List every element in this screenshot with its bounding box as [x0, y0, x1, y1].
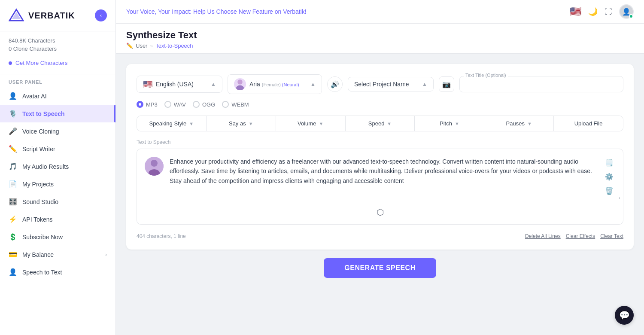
sidebar-item-my-audio-results[interactable]: 🎵 My Audio Results: [0, 158, 115, 175]
language-value: English (USA): [156, 81, 207, 88]
pitch-button[interactable]: Pitch ▼: [415, 116, 484, 131]
svg-point-3: [236, 85, 244, 90]
clear-text-button[interactable]: Clear Text: [600, 233, 623, 239]
fullscreen-button[interactable]: ⛶: [605, 7, 612, 16]
page-title: Synthesize Text: [126, 30, 634, 41]
sidebar-item-sound-studio[interactable]: 🎛️ Sound Studio: [0, 193, 115, 210]
flag-icon[interactable]: 🇺🇸: [570, 6, 581, 17]
resize-handle-icon: ⌟: [617, 193, 620, 200]
api-tokens-icon: ⚡: [9, 215, 17, 223]
format-row: MP3 WAV OGG WEBM: [137, 101, 623, 108]
text-action-settings-button[interactable]: ⚙️: [603, 171, 615, 183]
my-balance-chevron-icon: ›: [105, 252, 107, 258]
page-header: Synthesize Text ✏️ User » Text-to-Speech: [116, 24, 644, 54]
clone-character-count: 0 Clone Characters: [9, 46, 107, 52]
format-mp3[interactable]: MP3: [137, 101, 158, 108]
speed-button[interactable]: Speed ▼: [346, 116, 415, 131]
voice-avatar-image: [234, 78, 246, 90]
speech-to-text-icon: 👤: [9, 268, 17, 276]
sidebar-item-my-balance[interactable]: 💳 My Balance ›: [0, 246, 115, 263]
language-chevron-icon: ▲: [211, 81, 216, 87]
speaking-style-button[interactable]: Speaking Style ▼: [137, 116, 207, 131]
text-block-voice-avatar: [145, 157, 164, 176]
text-block-footer: ⬡: [137, 200, 623, 224]
sidebar-item-avatar-ai[interactable]: 👤 Avatar AI: [0, 87, 115, 105]
mp3-radio: [137, 101, 143, 108]
sidebar-item-voice-cloning[interactable]: 🎤 Voice Cloning: [0, 122, 115, 140]
sidebar-section-label: USER PANEL: [0, 76, 115, 87]
text-action-delete-button[interactable]: 🗑️: [603, 185, 615, 197]
text-content[interactable]: Enhance your productivity and efficiency…: [170, 157, 597, 186]
sidebar-collapse-button[interactable]: ‹: [95, 9, 107, 21]
sidebar-item-my-projects[interactable]: 📄 My Projects: [0, 175, 115, 193]
verbatik-logo-icon: [9, 8, 24, 23]
title-input[interactable]: [459, 76, 623, 92]
webm-radio: [222, 101, 229, 108]
text-block: Enhance your productivity and efficiency…: [137, 149, 623, 225]
voice-gender-tag: (Female): [262, 82, 282, 87]
delete-all-lines-button[interactable]: Delete All Lines: [525, 233, 561, 239]
breadcrumb: ✏️ User » Text-to-Speech: [126, 43, 634, 49]
format-ogg[interactable]: OGG: [193, 101, 215, 108]
main-content: Your Voice, Your Impact: Help Us Choose …: [116, 0, 644, 335]
sidebar-item-api-tokens[interactable]: ⚡ API Tokens: [0, 210, 115, 228]
volume-button[interactable]: Volume ▼: [276, 116, 346, 131]
say-as-button[interactable]: Say as ▼: [207, 116, 276, 131]
generate-wrap: GENERATE SPEECH: [126, 250, 634, 281]
app-name: VERBATIK: [28, 11, 75, 21]
add-layer-button[interactable]: ⬡: [377, 207, 384, 217]
text-action-notes-button[interactable]: 🗒️: [603, 157, 615, 168]
speaking-style-chevron-icon: ▼: [189, 121, 194, 126]
sidebar-item-speech-to-text[interactable]: 👤 Speech to Text: [0, 263, 115, 281]
pitch-chevron-icon: ▼: [455, 121, 459, 126]
text-actions: 🗒️ ⚙️ 🗑️: [603, 157, 615, 197]
upload-file-button[interactable]: Upload File: [554, 116, 623, 131]
generate-speech-button[interactable]: GENERATE SPEECH: [324, 258, 436, 278]
get-more-dot-icon: [9, 61, 12, 65]
avatar-ai-icon: 👤: [9, 92, 17, 100]
speaker-button[interactable]: 🔊: [327, 76, 343, 92]
char-count: 404 characters, 1 line: [137, 233, 186, 239]
text-block-avatar-image: [145, 157, 164, 176]
svg-point-6: [151, 160, 158, 167]
breadcrumb-current[interactable]: Text-to-Speech: [155, 43, 193, 49]
content-area: 🇺🇸 English (USA) ▲ Aria: [116, 54, 644, 335]
bottom-row: 404 characters, 1 line Delete All Lines …: [137, 230, 623, 239]
text-to-speech-icon: 🎙️: [9, 110, 17, 118]
pauses-chevron-icon: ▼: [527, 121, 532, 126]
sidebar-logo: VERBATIK ‹: [0, 0, 115, 31]
format-webm[interactable]: WEBM: [222, 101, 249, 108]
breadcrumb-home[interactable]: User: [136, 43, 147, 49]
clear-effects-button[interactable]: Clear Effects: [566, 233, 595, 239]
user-avatar-wrap: 👤: [619, 4, 634, 19]
sidebar-item-text-to-speech[interactable]: 🎙️ Text to Speech: [0, 105, 115, 122]
chat-bubble[interactable]: 💬: [615, 306, 634, 325]
voice-cloning-icon: 🎤: [9, 127, 17, 135]
character-count: 840.8K Characters: [9, 37, 107, 44]
sound-studio-icon: 🎛️: [9, 198, 17, 206]
subscribe-now-icon: 💲: [9, 233, 17, 241]
language-flag-icon: 🇺🇸: [143, 79, 152, 89]
pauses-button[interactable]: Pauses ▼: [484, 116, 554, 131]
top-banner: Your Voice, Your Impact: Help Us Choose …: [116, 0, 644, 24]
ogg-radio: [193, 101, 200, 108]
breadcrumb-separator: »: [150, 43, 153, 49]
sidebar-item-subscribe-now[interactable]: 💲 Subscribe Now: [0, 228, 115, 246]
sidebar-stats: 840.8K Characters 0 Clone Characters: [0, 31, 115, 56]
wav-radio: [164, 101, 171, 108]
dark-mode-button[interactable]: 🌙: [588, 7, 598, 16]
get-more-characters[interactable]: Get More Characters: [0, 56, 115, 72]
volume-chevron-icon: ▼: [319, 121, 323, 126]
project-select[interactable]: Select Project Name ▲: [348, 77, 434, 91]
language-select[interactable]: 🇺🇸 English (USA) ▲: [137, 76, 222, 93]
camera-button[interactable]: 📷: [439, 76, 454, 92]
online-badge: [629, 14, 633, 18]
sidebar-item-script-writer[interactable]: ✏️ Script Writer: [0, 140, 115, 158]
voice-chevron-icon: ▲: [310, 81, 316, 87]
voice-select[interactable]: Aria (Female) (Neural) ▲: [228, 74, 322, 94]
banner-actions: 🇺🇸 🌙 ⛶ 👤: [570, 4, 634, 19]
text-block-inner: Enhance your productivity and efficiency…: [137, 149, 623, 197]
text-resize-area: ⌟: [137, 197, 623, 200]
controls-row: 🇺🇸 English (USA) ▲ Aria: [137, 74, 623, 94]
format-wav[interactable]: WAV: [164, 101, 186, 108]
